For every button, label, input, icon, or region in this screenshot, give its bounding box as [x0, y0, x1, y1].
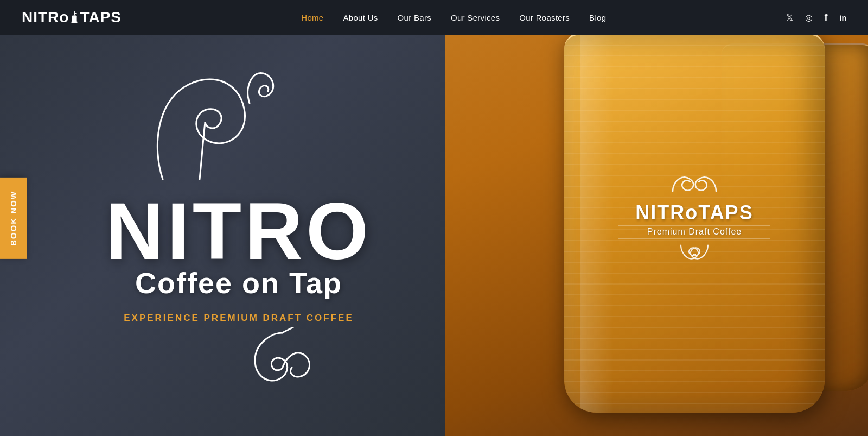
cup-swirl-bottom-icon [618, 242, 770, 268]
facebook-link[interactable] [825, 12, 828, 23]
svg-rect-2 [72, 21, 78, 23]
nav-services[interactable]: Our Services [451, 13, 500, 22]
cup-highlight [580, 35, 613, 413]
cup-logo: NITRoTAPS Premium Draft Coffee [618, 169, 770, 268]
social-links [786, 12, 846, 23]
logo-taps: TAPS [80, 9, 122, 26]
logo-tap-icon [69, 11, 79, 24]
cup-swirl-top-icon [618, 169, 770, 201]
nav-home[interactable]: Home [301, 13, 323, 22]
nav-links: Home About Us Our Bars Our Services Our … [301, 13, 606, 22]
twitter-link[interactable] [786, 12, 793, 23]
nav-blog[interactable]: Blog [589, 13, 606, 22]
book-now-button[interactable]: Book Now [0, 178, 27, 259]
instagram-link[interactable] [805, 12, 813, 23]
nav-bars[interactable]: Our Bars [398, 13, 431, 22]
cup-brand-tagline: Premium Draft Coffee [618, 225, 770, 239]
navbar: NITRo TAPS Home About Us Our Bars Our Se… [0, 0, 868, 35]
hero-title-nitro: NITRO [106, 191, 372, 271]
svg-rect-1 [72, 15, 77, 22]
site-logo[interactable]: NITRo TAPS [22, 9, 122, 26]
linkedin-link[interactable] [840, 12, 846, 23]
logo-text: NITRo [22, 9, 69, 26]
hero-tagline: EXPERIENCE PREMIUM DRAFT COFFEE [124, 313, 354, 324]
hero-title-subtitle: Coffee on Tap [135, 266, 342, 300]
cup-brand-name: NITRoTAPS [618, 203, 770, 223]
cup-body: NITRoTAPS Premium Draft Coffee [564, 33, 825, 413]
nav-about[interactable]: About Us [343, 13, 378, 22]
nav-roasters[interactable]: Our Roasters [519, 13, 570, 22]
hero-content: NITRO Coffee on Tap EXPERIENCE PREMIUM D… [0, 35, 477, 436]
main-cup: NITRoTAPS Premium Draft Coffee [564, 33, 846, 434]
hero-section: NITRoTAPS Premium Draft Coffee [0, 0, 868, 436]
